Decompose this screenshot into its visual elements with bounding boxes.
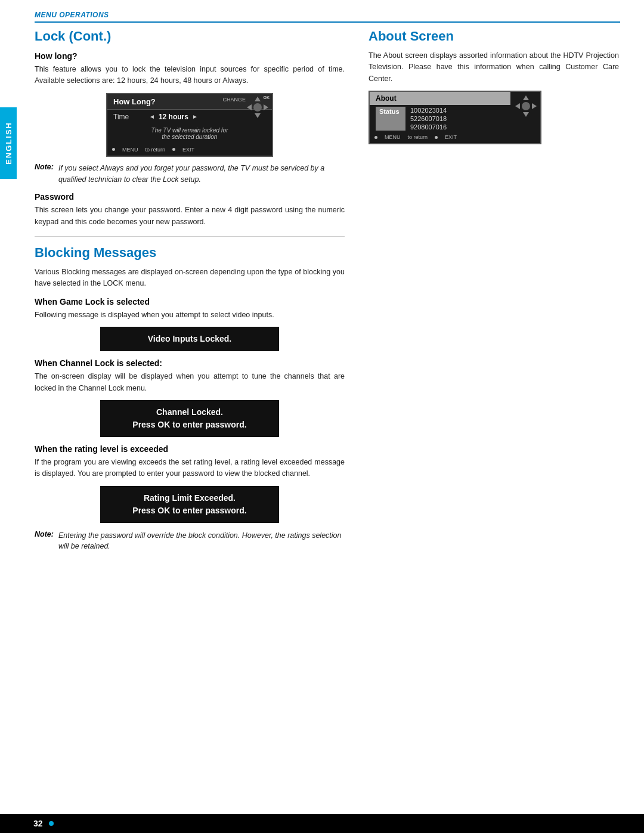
dpad-center bbox=[253, 103, 262, 112]
about-exit-label: EXIT bbox=[445, 134, 457, 140]
status-label: Status bbox=[376, 107, 405, 131]
about-value-3: 9208007016 bbox=[410, 123, 447, 131]
arrow-right-icon: ► bbox=[192, 113, 198, 120]
channel-lock-text: The on-screen display will be displayed … bbox=[35, 371, 345, 394]
dpad-about-graphic bbox=[515, 95, 537, 117]
time-label: Time bbox=[113, 113, 149, 121]
about-screen-title: About Screen bbox=[369, 29, 619, 44]
dpad-graphic bbox=[247, 97, 268, 118]
about-screen-text: The About screen displays assorted infor… bbox=[369, 50, 619, 85]
blocking-messages-title: Blocking Messages bbox=[35, 245, 345, 261]
language-label: ENGLISH bbox=[4, 122, 13, 165]
game-lock-subtitle: When Game Lock is selected bbox=[35, 297, 345, 306]
page-bar: 32 bbox=[0, 814, 644, 833]
channel-lock-subtitle: When Channel Lock is selected: bbox=[35, 358, 345, 368]
about-status-row: Status 1002023014 5226007018 9208007016 bbox=[370, 105, 510, 132]
to-return-howlong: to return bbox=[145, 147, 166, 153]
change-label: CHANGE bbox=[222, 97, 246, 103]
language-tab: ENGLISH bbox=[0, 107, 17, 179]
rating-lock-message-line2: Press OK to enter password. bbox=[112, 504, 267, 517]
screen-bottom-nav-howlong: MENU to return EXIT bbox=[107, 145, 272, 156]
how-long-screen-mockup: How Long? CHANGE OK bbox=[106, 93, 273, 157]
note-block-2: Note: Entering the password will overrid… bbox=[35, 530, 345, 553]
about-value-2: 5226007018 bbox=[410, 115, 447, 122]
how-long-text: This feature allows you to lock the tele… bbox=[35, 64, 345, 87]
about-menu-dot bbox=[374, 136, 377, 139]
left-column: Lock (Cont.) How long? This feature allo… bbox=[35, 29, 345, 558]
game-lock-message-box: Video Inputs Locked. bbox=[100, 327, 279, 351]
about-values: 1002023014 5226007018 9208007016 bbox=[410, 107, 447, 131]
about-exit-dot bbox=[435, 136, 438, 139]
lock-cont-title: Lock (Cont.) bbox=[35, 29, 345, 44]
about-bottom-nav: MENU to return EXIT bbox=[370, 132, 510, 143]
password-subtitle: Password bbox=[35, 192, 345, 202]
rating-lock-message-box: Rating Limit Exceeded. Press OK to enter… bbox=[100, 486, 279, 523]
page-dot-icon bbox=[49, 821, 54, 826]
about-header: About bbox=[370, 92, 510, 105]
about-screen-mockup: About Status 1002023014 5226007018 92080… bbox=[369, 91, 541, 144]
channel-lock-message-box: Channel Locked. Press OK to enter passwo… bbox=[100, 400, 279, 437]
about-value-1: 1002023014 bbox=[410, 107, 447, 114]
rating-lock-text: If the program you are viewing exceeds t… bbox=[35, 457, 345, 480]
password-text: This screen lets you change your passwor… bbox=[35, 205, 345, 228]
channel-lock-message-line1: Channel Locked. bbox=[112, 406, 267, 419]
screen-footer-howlong: The TV will remain locked for the select… bbox=[107, 124, 272, 145]
note-text-2: Entering the password will override the … bbox=[58, 530, 345, 553]
hours-value: 12 hours bbox=[159, 113, 188, 121]
note-label-2: Note: bbox=[35, 530, 54, 538]
menu-label-howlong: MENU bbox=[122, 147, 138, 153]
dpad-howlong: OK bbox=[247, 97, 268, 118]
blocking-intro-text: Various Blocking messages are displayed … bbox=[35, 267, 345, 290]
note-block-1: Note: If you select Always and you forge… bbox=[35, 163, 345, 185]
game-lock-text: Following message is displayed when you … bbox=[35, 309, 345, 321]
arrow-left-icon: ◄ bbox=[149, 113, 155, 120]
channel-lock-message-line2: Press OK to enter password. bbox=[112, 419, 267, 431]
rating-lock-subtitle: When the rating level is exceeded bbox=[35, 444, 345, 454]
note-text-1: If you select Always and you forget your… bbox=[58, 163, 345, 185]
page-number: 32 bbox=[33, 819, 43, 828]
divider-1 bbox=[35, 236, 345, 237]
about-to-return: to return bbox=[408, 134, 428, 140]
note-label-1: Note: bbox=[35, 163, 54, 171]
game-lock-message: Video Inputs Locked. bbox=[148, 334, 232, 343]
exit-dot-icon bbox=[172, 148, 175, 151]
breadcrumb: Menu Operations bbox=[35, 11, 620, 23]
right-column: About Screen The About screen displays a… bbox=[369, 29, 619, 558]
dpad-about bbox=[515, 95, 537, 117]
menu-dot-icon bbox=[112, 148, 115, 151]
dpad-about-center bbox=[522, 102, 530, 110]
rating-lock-message-line1: Rating Limit Exceeded. bbox=[112, 492, 267, 504]
how-long-subtitle: How long? bbox=[35, 51, 345, 61]
exit-label-howlong: EXIT bbox=[182, 147, 194, 153]
about-menu-label: MENU bbox=[385, 134, 401, 140]
